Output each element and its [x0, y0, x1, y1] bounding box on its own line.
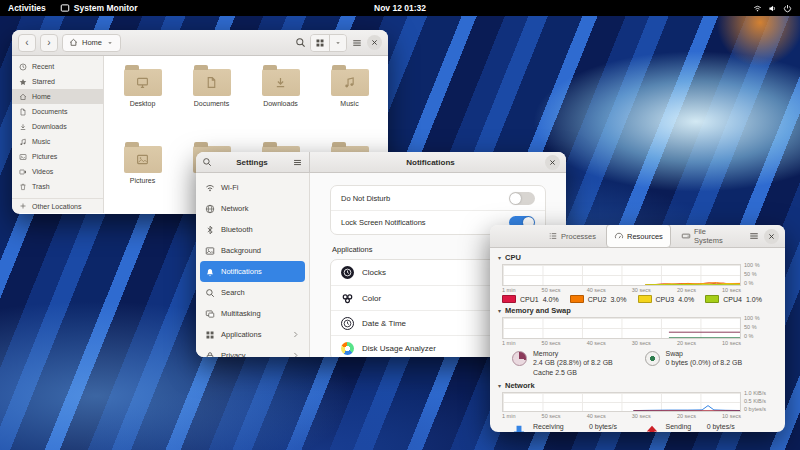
- system-status-area[interactable]: [753, 4, 792, 13]
- view-options-button[interactable]: [329, 35, 346, 51]
- tab-processes[interactable]: Processes: [540, 225, 604, 248]
- resources-view: ▾ CPU 100 % 50 % 0 % 1 min50 secs40 secs…: [490, 248, 785, 432]
- folder-music[interactable]: Music: [315, 64, 384, 129]
- settings-item-bluetooth[interactable]: Bluetooth: [200, 219, 305, 240]
- search-icon: [205, 288, 215, 298]
- memory-section-header[interactable]: ▾ Memory and Swap: [498, 306, 777, 315]
- network-section-title: Network: [505, 381, 535, 390]
- sidebar-item-downloads[interactable]: Downloads: [12, 119, 103, 134]
- folder-pictures[interactable]: Pictures: [108, 141, 177, 206]
- sidebar-item-recent[interactable]: Recent: [12, 59, 103, 74]
- sidebar-item-pictures[interactable]: Pictures: [12, 149, 103, 164]
- sidebar-item-documents[interactable]: Documents: [12, 104, 103, 119]
- legend-value: 1.0%: [746, 296, 762, 303]
- legend-cpu3[interactable]: CPU34.0%: [638, 295, 706, 303]
- settings-item-privacy[interactable]: Privacy: [200, 345, 305, 357]
- x-tick: 30 secs: [632, 413, 651, 419]
- legend-cpu2[interactable]: CPU23.0%: [570, 295, 638, 303]
- tab-file-systems[interactable]: File Systems: [673, 225, 740, 248]
- x-tick: 50 secs: [542, 413, 561, 419]
- system-monitor-window: Processes Resources File Systems ▾ CPU 1…: [490, 225, 785, 432]
- back-button[interactable]: ‹: [18, 34, 36, 52]
- settings-item-notifications[interactable]: Notifications: [200, 261, 305, 282]
- search-icon[interactable]: [202, 157, 212, 167]
- settings-label: Network: [221, 204, 249, 213]
- tab-resources[interactable]: Resources: [606, 225, 671, 248]
- memory-pie-icon: [512, 351, 527, 366]
- legend-cpu4[interactable]: CPU41.0%: [705, 295, 773, 303]
- folder-desktop[interactable]: Desktop: [108, 64, 177, 129]
- forward-button[interactable]: ›: [40, 34, 58, 52]
- settings-item-search[interactable]: Search: [200, 282, 305, 303]
- legend-value: 4.0%: [678, 296, 694, 303]
- y-tick: 100 %: [741, 316, 777, 322]
- cpu-section-header[interactable]: ▾ CPU: [498, 253, 777, 262]
- focused-app-menu[interactable]: System Monitor: [60, 3, 138, 13]
- settings-item-multitasking[interactable]: Multitasking: [200, 303, 305, 324]
- cpu-chart: [502, 264, 741, 286]
- sidebar-item-trash[interactable]: Trash: [12, 179, 103, 194]
- tab-label: File Systems: [694, 227, 732, 245]
- settings-label: Privacy: [221, 351, 246, 357]
- settings-sidebar: Wi-Fi Network Bluetooth Background Notif…: [196, 173, 310, 357]
- legend-value: 3.0%: [610, 296, 626, 303]
- cpu3-swatch: [638, 295, 652, 303]
- network-section-header[interactable]: ▾ Network: [498, 381, 777, 390]
- files-headerbar[interactable]: ‹ › Home: [12, 30, 388, 56]
- close-button[interactable]: [545, 155, 560, 170]
- bluetooth-icon: [205, 225, 215, 235]
- clocks-app-icon: [341, 266, 354, 279]
- receiving-label: Receiving: [533, 423, 579, 430]
- x-tick: 1 min: [502, 340, 515, 346]
- path-label: Home: [82, 38, 102, 47]
- tab-label: Processes: [561, 232, 596, 241]
- memory-x-axis: 1 min50 secs40 secs30 secs20 secs10 secs: [502, 340, 741, 346]
- path-button[interactable]: Home: [62, 34, 121, 52]
- sending-label: Sending: [666, 423, 697, 430]
- memory-chart: [502, 317, 741, 339]
- memory-stats: Memory 2.4 GB (28.8%) of 8.2 GB Cache 2.…: [512, 349, 645, 377]
- sidebar-item-home[interactable]: Home: [12, 89, 103, 104]
- power-icon: [783, 4, 792, 13]
- sidebar-label: Home: [32, 93, 51, 100]
- menu-icon[interactable]: [292, 157, 303, 168]
- menu-button[interactable]: [748, 230, 760, 242]
- multitasking-icon: [205, 309, 215, 319]
- x-tick: 40 secs: [587, 413, 606, 419]
- y-tick: 1.0 KiB/s: [741, 391, 777, 397]
- settings-item-applications[interactable]: Applications: [200, 324, 305, 345]
- x-tick: 30 secs: [632, 340, 651, 346]
- settings-item-wifi[interactable]: Wi-Fi: [200, 177, 305, 198]
- menu-button[interactable]: [351, 37, 363, 49]
- sidebar-item-music[interactable]: Music: [12, 134, 103, 149]
- folder-label: Pictures: [130, 177, 155, 184]
- sidebar-item-videos[interactable]: Videos: [12, 164, 103, 179]
- x-tick: 50 secs: [542, 287, 561, 293]
- y-tick: 0 %: [741, 281, 777, 287]
- volume-icon: [768, 4, 777, 13]
- search-button[interactable]: [295, 37, 306, 48]
- sidebar-label: Documents: [32, 108, 67, 115]
- close-button[interactable]: [367, 35, 382, 50]
- folder-label: Music: [340, 100, 358, 107]
- folder-label: Documents: [194, 100, 229, 107]
- chevron-down-icon: [106, 39, 114, 47]
- sidebar-item-starred[interactable]: Starred: [12, 74, 103, 89]
- settings-title: Settings: [216, 158, 288, 167]
- folder-documents[interactable]: Documents: [177, 64, 246, 129]
- settings-label: Search: [221, 288, 245, 297]
- close-button[interactable]: [764, 229, 779, 244]
- settings-headerbar-right: Notifications: [310, 152, 566, 173]
- settings-item-background[interactable]: Background: [200, 240, 305, 261]
- tab-label: Resources: [627, 232, 663, 241]
- activities-button[interactable]: Activities: [8, 3, 46, 13]
- folder-downloads[interactable]: Downloads: [246, 64, 315, 129]
- sidebar-item-other-locations[interactable]: Other Locations: [12, 198, 103, 213]
- grid-view-button[interactable]: [311, 35, 329, 51]
- do-not-disturb-toggle[interactable]: [509, 192, 535, 205]
- settings-item-network[interactable]: Network: [200, 198, 305, 219]
- legend-cpu1[interactable]: CPU14.0%: [502, 295, 570, 303]
- applications-icon: [205, 330, 215, 340]
- cpu-x-axis: 1 min50 secs40 secs30 secs20 secs10 secs: [502, 287, 741, 293]
- color-app-icon: [341, 292, 354, 305]
